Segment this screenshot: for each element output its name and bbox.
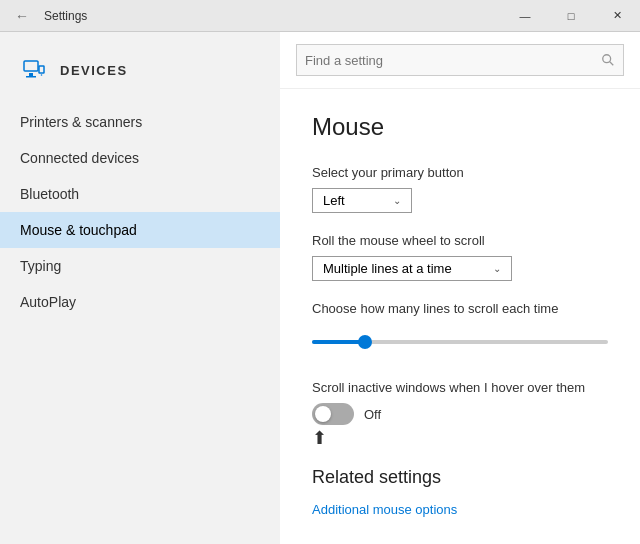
content-area: Mouse Select your primary button Left ⌄ … xyxy=(280,32,640,544)
scroll-wheel-group: Roll the mouse wheel to scroll Multiple … xyxy=(312,233,608,281)
svg-rect-2 xyxy=(26,76,36,78)
inactive-scroll-group: Scroll inactive windows when I hover ove… xyxy=(312,380,608,447)
titlebar-left: ← Settings xyxy=(8,2,87,30)
primary-button-label: Select your primary button xyxy=(312,165,608,180)
scroll-lines-label: Choose how many lines to scroll each tim… xyxy=(312,301,608,316)
inactive-scroll-toggle[interactable] xyxy=(312,403,354,425)
search-box[interactable] xyxy=(296,44,624,76)
svg-rect-1 xyxy=(29,73,33,76)
scroll-wheel-dropdown[interactable]: Multiple lines at a time ⌄ xyxy=(312,256,512,281)
app-body: DEVICES Printers & scanners Connected de… xyxy=(0,32,640,544)
maximize-button[interactable]: □ xyxy=(548,0,594,32)
related-settings-title: Related settings xyxy=(312,467,608,488)
minimize-button[interactable]: — xyxy=(502,0,548,32)
sidebar-item-bluetooth[interactable]: Bluetooth xyxy=(0,176,280,212)
primary-button-group: Select your primary button Left ⌄ xyxy=(312,165,608,213)
chevron-down-icon-2: ⌄ xyxy=(493,263,501,274)
chevron-down-icon: ⌄ xyxy=(393,195,401,206)
scroll-wheel-label: Roll the mouse wheel to scroll xyxy=(312,233,608,248)
additional-mouse-options-link[interactable]: Additional mouse options xyxy=(312,502,457,517)
sidebar-item-printers[interactable]: Printers & scanners xyxy=(0,104,280,140)
devices-icon xyxy=(20,56,48,84)
page-title: Mouse xyxy=(312,113,608,141)
svg-rect-0 xyxy=(24,61,38,71)
titlebar-controls: — □ ✕ xyxy=(502,0,640,32)
scroll-wheel-value: Multiple lines at a time xyxy=(323,261,452,276)
sidebar-item-autoplay[interactable]: AutoPlay xyxy=(0,284,280,320)
sidebar-item-connected[interactable]: Connected devices xyxy=(0,140,280,176)
slider-fill xyxy=(312,340,365,344)
toggle-row: Off xyxy=(312,403,608,425)
slider-thumb[interactable] xyxy=(358,335,372,349)
sidebar-item-mouse[interactable]: Mouse & touchpad xyxy=(0,212,280,248)
main-content: Mouse Select your primary button Left ⌄ … xyxy=(280,89,640,544)
slider-track xyxy=(312,340,608,344)
sidebar-item-typing[interactable]: Typing xyxy=(0,248,280,284)
svg-rect-3 xyxy=(39,66,44,73)
titlebar: ← Settings — □ ✕ xyxy=(0,0,640,32)
sidebar-header-title: DEVICES xyxy=(60,63,128,78)
related-settings-group: Related settings Additional mouse option… xyxy=(312,467,608,518)
svg-point-4 xyxy=(41,74,43,76)
search-input[interactable] xyxy=(305,53,595,68)
titlebar-title: Settings xyxy=(44,9,87,23)
back-button[interactable]: ← xyxy=(8,2,36,30)
toggle-state-label: Off xyxy=(364,407,381,422)
cursor-icon: ⬆︎ xyxy=(312,429,608,447)
sidebar: DEVICES Printers & scanners Connected de… xyxy=(0,32,280,544)
sidebar-header: DEVICES xyxy=(0,40,280,104)
content-top xyxy=(280,32,640,89)
primary-button-value: Left xyxy=(323,193,345,208)
primary-button-dropdown[interactable]: Left ⌄ xyxy=(312,188,412,213)
close-button[interactable]: ✕ xyxy=(594,0,640,32)
scroll-lines-slider[interactable] xyxy=(312,324,608,360)
svg-point-5 xyxy=(603,55,611,63)
scroll-lines-group: Choose how many lines to scroll each tim… xyxy=(312,301,608,360)
svg-line-6 xyxy=(610,62,614,66)
toggle-knob xyxy=(315,406,331,422)
search-icon xyxy=(601,53,615,67)
inactive-scroll-label: Scroll inactive windows when I hover ove… xyxy=(312,380,608,395)
